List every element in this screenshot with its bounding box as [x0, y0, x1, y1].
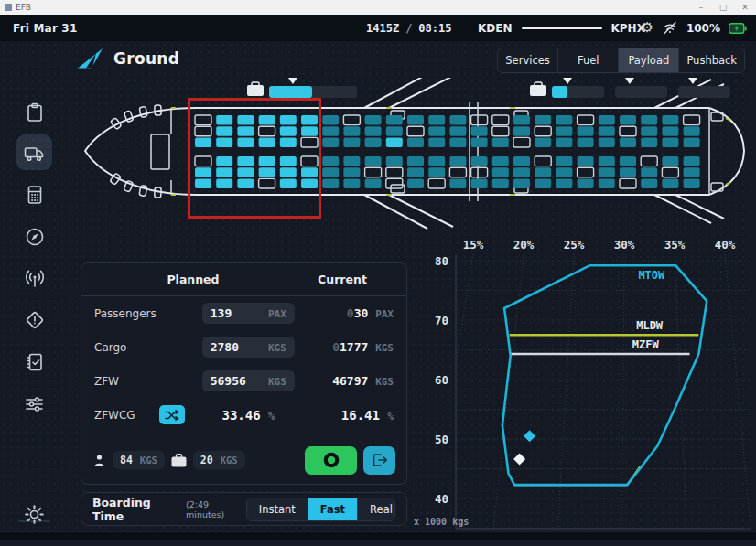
seat[interactable] — [343, 115, 360, 125]
seat[interactable] — [556, 137, 572, 147]
quick-settings-icon[interactable]: ⚙ — [641, 21, 653, 35]
seat[interactable] — [684, 167, 700, 177]
seat[interactable] — [322, 115, 339, 125]
seat[interactable] — [386, 115, 403, 125]
seat[interactable] — [407, 167, 424, 177]
zfwcg-shuffle-button[interactable] — [159, 405, 185, 424]
seat[interactable] — [365, 156, 382, 166]
seat[interactable] — [407, 115, 424, 125]
seat[interactable] — [407, 126, 424, 136]
seat[interactable] — [471, 178, 488, 188]
seat[interactable] — [578, 115, 594, 125]
seat[interactable] — [684, 137, 700, 147]
wifi-off-icon[interactable] — [662, 21, 678, 35]
seat[interactable] — [386, 126, 403, 136]
seat[interactable] — [620, 115, 636, 125]
seat[interactable] — [322, 156, 339, 166]
seat[interactable] — [599, 178, 615, 188]
seat[interactable] — [343, 137, 360, 147]
boarding-speed-instant[interactable]: Instant — [247, 498, 308, 520]
seat[interactable] — [322, 178, 339, 188]
seat[interactable] — [599, 137, 615, 147]
seat[interactable] — [684, 115, 700, 125]
seat[interactable] — [535, 137, 551, 147]
seat[interactable] — [513, 178, 530, 188]
seat[interactable] — [343, 156, 360, 166]
seat[interactable] — [386, 137, 403, 147]
seat[interactable] — [662, 178, 678, 188]
seat[interactable] — [535, 115, 551, 125]
tab-payload[interactable]: Payload — [619, 48, 679, 72]
seat[interactable] — [492, 137, 509, 147]
seat[interactable] — [620, 156, 636, 166]
seat[interactable] — [662, 126, 678, 136]
seat[interactable] — [449, 137, 466, 147]
seat[interactable] — [449, 178, 466, 188]
seat[interactable] — [365, 115, 382, 125]
seat[interactable] — [343, 167, 360, 177]
seat[interactable] — [322, 137, 339, 147]
seat[interactable] — [407, 156, 424, 166]
seat[interactable] — [620, 137, 636, 147]
close-button[interactable]: ✕ — [734, 3, 756, 12]
seat[interactable] — [662, 156, 678, 166]
passengers-planned-input[interactable]: 139 PAX — [202, 303, 295, 324]
seat[interactable] — [343, 126, 360, 136]
seat[interactable] — [641, 156, 657, 166]
zfw-planned-input[interactable]: 56956 KGS — [202, 370, 295, 391]
seat[interactable] — [535, 167, 551, 177]
seat[interactable] — [556, 178, 572, 188]
seat[interactable] — [492, 156, 509, 166]
seat[interactable] — [620, 178, 636, 188]
seat[interactable] — [386, 178, 403, 188]
seat[interactable] — [492, 115, 509, 125]
seat[interactable] — [662, 167, 678, 177]
cargo-planned-input[interactable]: 2780 KGS — [202, 337, 295, 358]
seat[interactable] — [641, 115, 657, 125]
seat[interactable] — [471, 126, 488, 136]
seat[interactable] — [535, 178, 551, 188]
seat[interactable] — [535, 156, 551, 166]
seat[interactable] — [471, 167, 488, 177]
seat[interactable] — [599, 115, 615, 125]
seat[interactable] — [365, 126, 382, 136]
seat[interactable] — [578, 156, 594, 166]
seat[interactable] — [407, 137, 424, 147]
tab-services[interactable]: Services — [498, 48, 558, 72]
seat[interactable] — [684, 126, 700, 136]
seat[interactable] — [492, 167, 509, 177]
minimize-button[interactable]: – — [690, 3, 712, 12]
seat[interactable] — [428, 126, 445, 136]
seat[interactable] — [620, 167, 636, 177]
seat[interactable] — [662, 115, 678, 125]
seat[interactable] — [471, 156, 488, 166]
seat[interactable] — [641, 126, 657, 136]
seat[interactable] — [641, 137, 657, 147]
seat[interactable] — [578, 137, 594, 147]
seat[interactable] — [449, 115, 466, 125]
seat[interactable] — [513, 167, 530, 177]
boarding-speed-real[interactable]: Real — [358, 498, 395, 520]
seat[interactable] — [662, 137, 678, 147]
seat[interactable] — [449, 156, 466, 166]
seat[interactable] — [578, 167, 594, 177]
seat[interactable] — [322, 126, 339, 136]
seat[interactable] — [578, 126, 594, 136]
tab-fuel[interactable]: Fuel — [558, 48, 619, 72]
seat[interactable] — [513, 126, 530, 136]
seat[interactable] — [428, 137, 445, 147]
boarding-speed-fast[interactable]: Fast — [308, 498, 358, 520]
seat[interactable] — [449, 167, 466, 177]
seat[interactable] — [513, 115, 530, 125]
seat[interactable] — [599, 156, 615, 166]
seat[interactable] — [641, 167, 657, 177]
seat[interactable] — [428, 167, 445, 177]
seat[interactable] — [492, 126, 509, 136]
seat[interactable] — [641, 178, 657, 188]
deboard-button[interactable] — [363, 446, 395, 475]
maximize-button[interactable]: ▢ — [712, 3, 734, 12]
seat[interactable] — [513, 137, 530, 147]
seat[interactable] — [556, 126, 572, 136]
seat[interactable] — [471, 115, 488, 125]
seat[interactable] — [386, 156, 403, 166]
